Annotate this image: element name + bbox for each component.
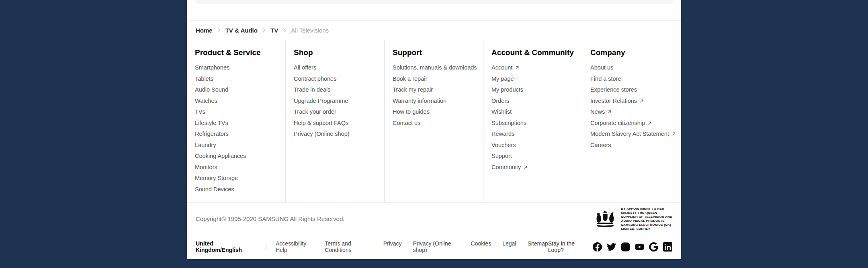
royal-warrant-line: SAMSUNG ELECTRONICS (UK) <box>621 223 672 227</box>
footer-link[interactable]: Account <box>491 62 574 74</box>
chevron-right-icon <box>283 28 286 33</box>
column-title: Product & Service <box>195 48 277 57</box>
breadcrumb-item[interactable]: Home <box>196 27 213 34</box>
footer-link[interactable]: All offers <box>294 62 376 74</box>
top-strip <box>195 0 673 4</box>
bottom-bar-left: United Kingdom/English | Accessibility H… <box>196 240 548 253</box>
footer-columns: Product & ServiceSmartphonesTabletsAudio… <box>187 40 681 203</box>
google-icon[interactable] <box>649 242 658 252</box>
footer-link[interactable]: Audio Sound <box>195 84 277 96</box>
footer-link[interactable]: Corporate citizenship <box>590 118 673 129</box>
footer-link[interactable]: Careers <box>590 140 673 151</box>
footer-link[interactable]: Help & support FAQs <box>294 118 376 129</box>
royal-warrant-line: LIMITED, SURREY <box>621 227 672 231</box>
external-link-icon <box>637 98 644 104</box>
royal-warrant: BY APPOINTMENT TO HERMAJESTY THE QUEENSU… <box>594 207 672 231</box>
royal-warrant-line: AUDIO VISUAL PRODUCTS <box>621 219 672 223</box>
external-link-icon <box>605 108 612 115</box>
legal-link[interactable]: Terms and Conditions <box>325 240 372 253</box>
legal-link[interactable]: Sitemap <box>527 240 548 253</box>
footer-link[interactable]: Track my repair <box>393 84 475 96</box>
instagram-icon[interactable] <box>621 242 630 252</box>
legal-link[interactable]: Legal <box>502 240 516 253</box>
footer-link[interactable]: Rewards <box>491 129 574 140</box>
external-link-icon <box>645 120 652 126</box>
external-link-icon <box>521 164 528 170</box>
footer-link[interactable]: Tablets <box>195 74 277 85</box>
column-title: Support <box>393 48 475 57</box>
youtube-icon[interactable] <box>635 242 644 252</box>
royal-warrant-line: BY APPOINTMENT TO HER <box>621 207 672 211</box>
column-title: Company <box>590 48 673 57</box>
column-title: Shop <box>294 48 376 57</box>
footer-link[interactable]: Cooking Appliances <box>195 151 277 162</box>
footer-link[interactable]: About us <box>590 62 673 74</box>
breadcrumb-item: All Televisions <box>291 27 329 34</box>
twitter-icon[interactable] <box>607 242 616 252</box>
footer-link[interactable]: Monitors <box>195 162 277 173</box>
page-background: HomeTV & AudioTVAll Televisions Product … <box>0 0 868 268</box>
social-icons <box>593 242 672 252</box>
footer-link[interactable]: Refrigerators <box>195 129 277 140</box>
footer-link[interactable]: News <box>590 106 673 118</box>
footer-link[interactable]: Experience stores <box>590 84 673 96</box>
breadcrumb-item[interactable]: TV & Audio <box>225 27 258 34</box>
stay-in-loop-label: Stay in the Loop? <box>548 240 583 253</box>
legal-link[interactable]: Privacy (Online shop) <box>413 240 460 253</box>
external-link-icon <box>669 131 676 137</box>
breadcrumb: HomeTV & AudioTVAll Televisions <box>187 20 681 40</box>
chevron-right-icon <box>217 28 221 33</box>
royal-warrant-line: SUPPLIER OF TELEVISION AND <box>621 215 672 219</box>
footer-link[interactable]: Laundry <box>195 140 277 151</box>
footer-link[interactable]: Track your order <box>294 106 376 118</box>
footer-link[interactable]: My products <box>491 84 574 96</box>
footer-column: ShopAll offersContract phonesTrade in de… <box>286 40 385 203</box>
column-title: Account & Community <box>491 48 574 57</box>
footer-link[interactable]: Privacy (Online shop) <box>294 129 376 140</box>
footer-link[interactable]: Book a repair <box>393 74 475 85</box>
footer-link[interactable]: Upgrade Programme <box>294 96 376 107</box>
legal-link[interactable]: Cookies <box>471 240 491 253</box>
footer-link[interactable]: Warranty information <box>393 96 475 107</box>
footer-link[interactable]: Modern Slavery Act Statement <box>590 129 673 140</box>
footer-link[interactable]: Vouchers <box>491 140 574 151</box>
breadcrumb-item[interactable]: TV <box>270 27 278 34</box>
footer-link[interactable]: TVs <box>195 106 277 118</box>
footer-link[interactable]: Orders <box>491 96 574 107</box>
footer-column: CompanyAbout usFind a storeExperience st… <box>582 40 681 203</box>
linkedin-icon[interactable] <box>663 242 672 252</box>
legal-link[interactable]: Accessibility Help <box>276 240 313 253</box>
footer-link[interactable]: How to guides <box>393 106 475 118</box>
footer-link[interactable]: Subscriptions <box>491 118 574 129</box>
locale-selector[interactable]: United Kingdom/English <box>196 240 256 253</box>
separator: | <box>265 243 267 250</box>
footer-link[interactable]: Contract phones <box>294 74 376 85</box>
chevron-right-icon <box>262 28 266 33</box>
footer-link[interactable]: My page <box>491 74 574 85</box>
footer-link[interactable]: Memory Storage <box>195 173 277 184</box>
footer-link[interactable]: Lifestyle TVs <box>195 118 277 129</box>
footer-link[interactable]: Watches <box>195 96 277 107</box>
bottom-bar: United Kingdom/English | Accessibility H… <box>187 235 681 258</box>
footer-link[interactable]: Contact us <box>393 118 475 129</box>
footer-link[interactable]: Sound Devices <box>195 184 277 195</box>
footer-link[interactable]: Community <box>491 162 574 173</box>
footer-panel: HomeTV & AudioTVAll Televisions Product … <box>187 0 681 259</box>
footer-link[interactable]: Trade in deals <box>294 84 376 96</box>
external-link-icon <box>512 64 519 71</box>
footer-column: Account & CommunityAccountMy pageMy prod… <box>483 40 582 203</box>
footer-link[interactable]: Solutions, manuals & downloads <box>393 62 475 74</box>
copyright-row: Copyright© 1995-2020 SAMSUNG All Rights … <box>187 203 681 235</box>
footer-link[interactable]: Find a store <box>590 74 673 85</box>
royal-warrant-text: BY APPOINTMENT TO HERMAJESTY THE QUEENSU… <box>621 207 672 231</box>
footer-link[interactable]: Support <box>491 151 574 162</box>
footer-link[interactable]: Investor Relations <box>590 96 673 107</box>
bottom-bar-right: Stay in the Loop? <box>548 240 672 253</box>
footer-link[interactable]: Smartphones <box>195 62 277 74</box>
footer-link[interactable]: Wishlist <box>491 106 574 118</box>
legal-link[interactable]: Privacy <box>383 240 402 253</box>
royal-coat-of-arms-icon <box>594 210 617 228</box>
footer-column: SupportSolutions, manuals & downloadsBoo… <box>385 40 483 203</box>
facebook-icon[interactable] <box>593 242 602 252</box>
legal-links: Accessibility HelpTerms and ConditionsPr… <box>276 240 548 253</box>
